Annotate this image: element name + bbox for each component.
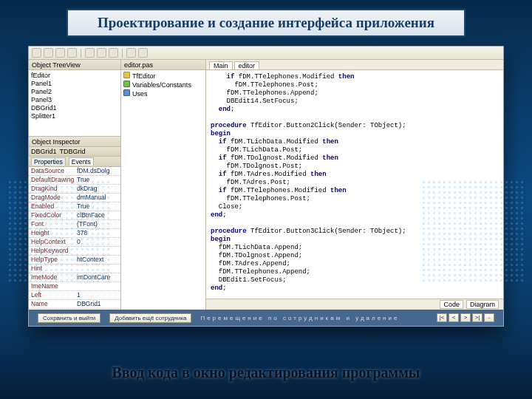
inspector-obj-class: TDBGrid: [60, 148, 86, 155]
prop-row: ImeName: [29, 282, 120, 291]
form-designer-strip: Сохранить и выйти Добавить ещё сотрудник…: [29, 310, 503, 326]
slide-title: Проектирование и создание интерфейса при…: [66, 9, 466, 37]
tree-node[interactable]: Splitter1: [31, 112, 118, 120]
tree-node[interactable]: Uses: [123, 89, 203, 98]
prop-row: DataSourcefDM.dsDolg: [29, 167, 120, 176]
code-footer: Code Diagram: [206, 299, 503, 310]
toolbar-button[interactable]: [44, 48, 53, 58]
toolbar-button[interactable]: [85, 48, 95, 58]
tree-node[interactable]: Panel1: [31, 80, 118, 88]
file-tab[interactable]: editor.pas: [121, 60, 205, 70]
code-tab-editor[interactable]: editor: [234, 61, 260, 69]
nav-first-button[interactable]: |<: [437, 313, 447, 322]
inspector-obj-name: DBGrid1: [31, 148, 57, 155]
bg-decoration-right: [421, 180, 525, 283]
toolbar-sep: [122, 49, 123, 58]
code-explorer-tree[interactable]: TfEditor Variables/Constants Uses: [121, 70, 205, 310]
project-manager-column: editor.pas TfEditor Variables/Constants …: [121, 60, 206, 310]
tab-properties[interactable]: Properties: [31, 157, 66, 166]
prop-row: NameDBGrid1: [29, 300, 120, 309]
nav-note: Перемещение по сотрудникам и удаление: [200, 315, 428, 321]
inspector-title: Object Inspector: [29, 137, 120, 147]
tree-node[interactable]: TfEditor: [123, 72, 203, 81]
object-tree[interactable]: fEditor Panel1 Panel2 Panel3 DBGrid1 Spl…: [29, 70, 120, 137]
tree-node[interactable]: Panel2: [31, 88, 118, 96]
slide-caption: Ввод кода в окно редактирования программ…: [0, 364, 532, 381]
db-navigator: |< < > >| -: [437, 313, 494, 322]
bg-decoration-left: [7, 180, 111, 283]
vars-icon: [123, 81, 130, 87]
ide-toolbar: [29, 47, 503, 60]
tab-events[interactable]: Events: [69, 157, 94, 166]
toolbar-button[interactable]: [109, 48, 118, 58]
toolbar-button[interactable]: [32, 48, 41, 58]
tree-root[interactable]: fEditor: [31, 72, 118, 80]
file-tab-label: editor.pas: [124, 61, 153, 69]
code-tab-main[interactable]: Main: [209, 61, 233, 69]
inspector-tabs: Properties Events: [29, 157, 120, 167]
nav-prior-button[interactable]: <: [449, 313, 459, 322]
tree-node[interactable]: DBGrid1: [31, 104, 118, 112]
toolbar-button[interactable]: [67, 48, 77, 58]
add-employee-button[interactable]: Добавить ещё сотрудника: [109, 313, 191, 323]
object-tree-title: Object TreeView: [29, 60, 120, 70]
class-icon: [123, 72, 130, 78]
toolbar-sep: [81, 49, 81, 58]
toolbar-button[interactable]: [55, 48, 65, 58]
nav-delete-button[interactable]: -: [484, 313, 494, 322]
view-tab-code[interactable]: Code: [440, 300, 463, 309]
view-tab-diagram[interactable]: Diagram: [466, 300, 499, 309]
tree-node[interactable]: Panel3: [31, 96, 118, 104]
toolbar-button[interactable]: [138, 48, 148, 58]
toolbar-button[interactable]: [126, 48, 136, 58]
code-tabs: Main editor: [206, 60, 503, 70]
nav-next-button[interactable]: >: [460, 313, 471, 322]
save-and-exit-button[interactable]: Сохранить и выйти: [38, 313, 100, 323]
tree-node[interactable]: Variables/Constants: [123, 81, 203, 89]
nav-last-button[interactable]: >|: [472, 313, 482, 322]
inspector-combo[interactable]: DBGrid1 TDBGrid: [29, 147, 120, 157]
uses-icon: [123, 89, 130, 96]
toolbar-button[interactable]: [97, 48, 106, 58]
prop-row: Left1: [29, 291, 120, 300]
